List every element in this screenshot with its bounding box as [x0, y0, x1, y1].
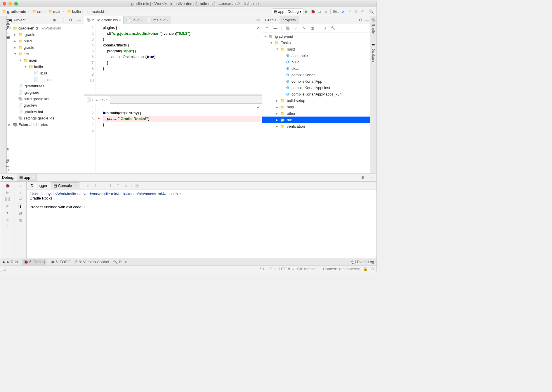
- remove-icon[interactable]: —: [272, 25, 279, 32]
- step-out-icon[interactable]: ⤓: [100, 183, 106, 189]
- pause-icon[interactable]: ❚❚: [4, 197, 11, 201]
- step-icon[interactable]: ⤓: [107, 183, 114, 189]
- close-icon[interactable]: ×: [119, 18, 121, 22]
- gear-icon[interactable]: ⚙: [360, 174, 366, 181]
- git-update-icon[interactable]: ↙: [340, 8, 346, 15]
- structure-tool-tab[interactable]: ≡ 7: Structure: [6, 148, 10, 171]
- run-config-selector[interactable]: ▤ app | Debug ▾: [272, 8, 303, 15]
- gradle-tree-node[interactable]: ▶📁help: [262, 104, 370, 110]
- breadcrumb-item[interactable]: 📁main〉: [48, 9, 66, 14]
- tree-node[interactable]: 🐘build.gradle.kts: [7, 96, 84, 102]
- more-icon[interactable]: »: [6, 224, 8, 228]
- gradle-tab[interactable]: Gradle: [262, 16, 280, 24]
- tree-node[interactable]: 📄.gitattributes: [7, 83, 84, 89]
- print-icon[interactable]: 🖶: [19, 211, 22, 216]
- stop-icon[interactable]: ■: [6, 204, 9, 208]
- gradle-tree[interactable]: ▼🐘gradle-mid▼📁Tasks▼📁build⚙assemble⚙buil…: [262, 32, 370, 173]
- git-branch[interactable]: Git: master ⌄: [297, 267, 320, 271]
- breakpoints-icon[interactable]: ●: [6, 210, 9, 215]
- vcs-tool-tab[interactable]: ↱ 9: Version Control: [75, 260, 109, 264]
- gear-icon[interactable]: ⚙: [357, 17, 364, 23]
- tree-node[interactable]: 📄main.kt: [7, 76, 84, 83]
- tree-node[interactable]: ▶📁gradle: [7, 44, 84, 51]
- gradle-tree-node[interactable]: ⚙assemble: [262, 52, 370, 59]
- editor-tab[interactable]: 📄main.kt×: [145, 16, 171, 24]
- gradle-tree-node[interactable]: ▶📁verification: [262, 123, 370, 129]
- search-icon[interactable]: 🔍: [368, 8, 375, 15]
- debug-session-tab[interactable]: ▤ app×: [17, 174, 37, 181]
- console-output[interactable]: /Users/jonnyzzz/Work/kotlin-native-demo/…: [27, 190, 376, 258]
- editor-tab[interactable]: 📄lib.kt×: [124, 16, 145, 24]
- breadcrumb-item[interactable]: 📄main.kt〉: [87, 9, 109, 14]
- gradle-tree-node[interactable]: ▼🐘gradle-mid: [262, 33, 370, 39]
- gradle-tree-node[interactable]: ▼📁Tasks: [262, 39, 370, 46]
- build-tool-tab[interactable]: 🔨 Build: [113, 260, 127, 264]
- tree-node[interactable]: ▼📁kotlin: [7, 63, 84, 70]
- gradle-tree-node[interactable]: ▶📁run: [262, 117, 370, 123]
- tree-node[interactable]: ▼📁src: [7, 51, 84, 57]
- expand-icon[interactable]: ⤢: [293, 25, 299, 32]
- gradle-tree-node[interactable]: ⚙compileKonan: [262, 72, 370, 78]
- run-tool-tab[interactable]: ▶ 4: Run: [3, 260, 18, 264]
- split-indicator[interactable]: ↔ ≡2: [252, 18, 262, 22]
- hide-icon[interactable]: —: [76, 17, 82, 23]
- lock-icon[interactable]: 🔒: [363, 267, 368, 271]
- database-tool-tab[interactable]: Database: [372, 48, 375, 62]
- tree-node[interactable]: ▶📚External Libraries: [7, 121, 84, 128]
- console-subtab[interactable]: ▤ Console →: [51, 182, 79, 189]
- debug-tool-tab[interactable]: 🐞 5: Debug: [22, 259, 46, 265]
- line-ending[interactable]: LF ⌄: [268, 267, 276, 271]
- close-icon[interactable]: ×: [167, 18, 169, 22]
- tasks-icon[interactable]: ▦: [309, 25, 316, 32]
- code-editor-1[interactable]: 12345678910 plugins { id("org.jetbrains.…: [84, 24, 262, 94]
- gradle-tree-node[interactable]: ▶📁other: [262, 110, 370, 117]
- run-button[interactable]: ▶: [303, 8, 310, 15]
- offline-icon[interactable]: ⫽: [322, 25, 328, 32]
- hektor-icon[interactable]: ⚇: [371, 267, 374, 271]
- project-tool-tab[interactable]: ▣ 1: Project: [6, 19, 10, 39]
- editor-tab[interactable]: 🐘build.gradle.kts×: [84, 16, 124, 24]
- caret-position[interactable]: 6:1: [259, 267, 265, 271]
- close-window-icon[interactable]: [3, 2, 6, 6]
- mute-bp-icon[interactable]: ⌀: [6, 217, 9, 221]
- tree-node[interactable]: 🐘settings.gradle.kts: [7, 115, 84, 121]
- encoding[interactable]: UTF-8 ⌄: [279, 267, 294, 271]
- bug-icon[interactable]: 🐞: [5, 183, 10, 188]
- resume-icon[interactable]: ▶: [6, 190, 9, 195]
- gradle-projects-tab[interactable]: projects: [280, 16, 299, 24]
- zoom-window-icon[interactable]: [14, 2, 18, 6]
- gradle-icon[interactable]: 🐘: [285, 25, 291, 32]
- stop-button[interactable]: ■: [323, 8, 329, 15]
- gradle-tree-node[interactable]: ▶📁build setup: [262, 97, 370, 104]
- hide-icon[interactable]: —: [364, 17, 370, 23]
- gradle-tool-tab[interactable]: Gradle: [372, 24, 375, 34]
- collapse-icon[interactable]: ⇵: [59, 17, 66, 23]
- wrench-icon[interactable]: 🔧: [330, 25, 336, 32]
- run-to-cursor-icon[interactable]: ↘: [122, 183, 129, 189]
- tree-node[interactable]: 📄.gitignore: [7, 89, 84, 96]
- close-icon[interactable]: ×: [141, 18, 143, 22]
- step-into-icon[interactable]: ⤴: [92, 183, 98, 189]
- step-over-icon[interactable]: ≡: [84, 183, 91, 189]
- database-icon[interactable]: ≣: [372, 42, 375, 47]
- collapse-icon[interactable]: ⤡: [301, 25, 308, 32]
- tree-node[interactable]: 📄gradlew: [7, 102, 84, 108]
- breadcrumb-item[interactable]: 📁src〉: [32, 9, 47, 14]
- tree-node[interactable]: ▶📁.gradle: [7, 31, 84, 38]
- debugger-subtab[interactable]: Debugger: [28, 183, 50, 189]
- coverage-button[interactable]: ⇉: [316, 8, 323, 15]
- todo-tool-tab[interactable]: ≔ 6: TODO: [51, 260, 70, 264]
- breadcrumb-item[interactable]: 📁kotlin〉: [67, 9, 86, 14]
- up-icon[interactable]: ↑: [20, 183, 22, 188]
- tree-node[interactable]: 📄lib.kt: [7, 70, 84, 76]
- down-icon[interactable]: ↓: [20, 190, 22, 195]
- status-icon[interactable]: ▢: [3, 267, 6, 271]
- tree-node[interactable]: ▼📁main: [7, 57, 84, 63]
- debug-button[interactable]: 🐞: [310, 8, 316, 15]
- hide-icon[interactable]: —: [368, 174, 375, 181]
- gradle-tree-node[interactable]: ⚙compileKonanAppHost: [262, 84, 370, 91]
- gradle-tree-node[interactable]: ⚙compileKonanAppMacos_x64: [262, 91, 370, 97]
- context[interactable]: Context: <no context>: [323, 267, 360, 271]
- gradle-tree-node[interactable]: ⚙compileKonanApp: [262, 78, 370, 84]
- evaluate-icon[interactable]: ▦: [134, 183, 140, 189]
